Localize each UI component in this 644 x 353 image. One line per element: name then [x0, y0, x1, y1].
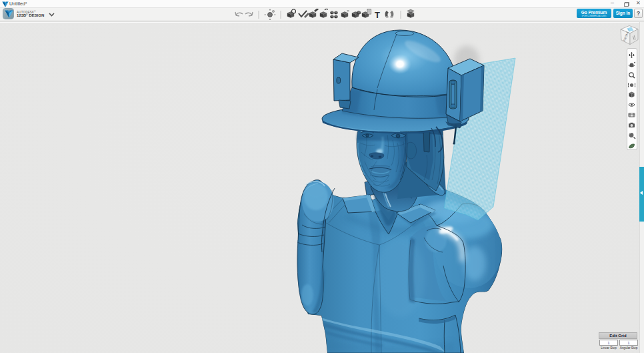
svg-text:T: T: [375, 10, 380, 20]
